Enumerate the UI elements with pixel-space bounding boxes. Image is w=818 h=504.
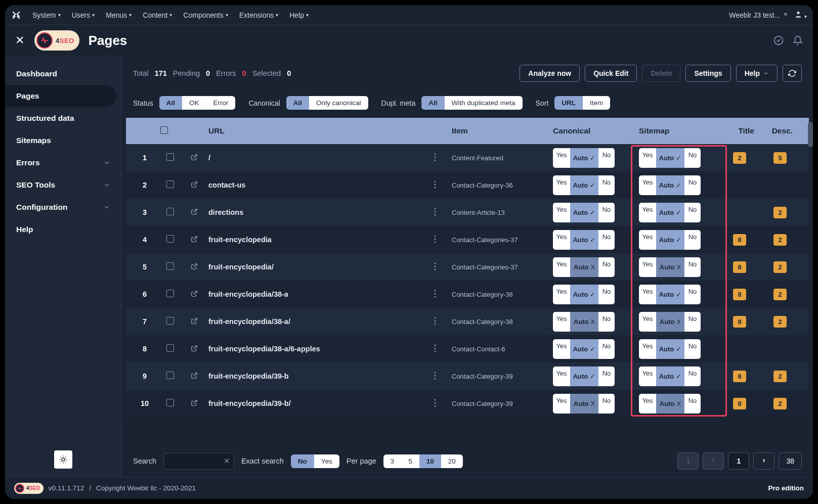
sitemap-no[interactable]: No — [684, 339, 701, 359]
title-badge[interactable]: 2 — [733, 152, 746, 164]
bell-icon[interactable] — [793, 35, 803, 45]
canonical-toggle[interactable]: YesAuto ✓No — [553, 175, 615, 195]
seg-dupl-option[interactable]: With duplicated meta — [445, 96, 523, 110]
joomla-menu-users[interactable]: Users ▾ — [67, 8, 100, 22]
row-checkbox[interactable] — [166, 344, 174, 352]
joomla-menu-help[interactable]: Help ▾ — [284, 8, 314, 22]
seg-status-option[interactable]: Error — [206, 96, 235, 110]
sidebar-item-sitemaps[interactable]: Sitemaps — [5, 129, 121, 152]
seg-perpage-option[interactable]: 10 — [419, 454, 441, 468]
sitemap-no[interactable]: No — [684, 312, 701, 332]
sitemap-no[interactable]: No — [684, 203, 701, 222]
sidebar-item-structured-data[interactable]: Structured data — [5, 107, 121, 129]
sitemap-auto[interactable]: Auto ✓ — [656, 175, 684, 195]
sitemap-yes[interactable]: Yes — [639, 203, 656, 222]
sitemap-yes[interactable]: Yes — [639, 175, 656, 195]
sitemap-toggle[interactable]: YesAuto ✓No — [639, 366, 701, 386]
sidebar-item-pages[interactable]: Pages — [5, 85, 116, 107]
canonical-toggle[interactable]: YesAuto XNo — [553, 394, 615, 414]
row-url[interactable]: fruit-encyclopedia/38-a/ — [205, 317, 431, 326]
sidebar-item-seo-tools[interactable]: SEO Tools — [5, 174, 121, 196]
sitemap-no[interactable]: No — [684, 285, 701, 304]
canonical-yes[interactable]: Yes — [553, 366, 570, 386]
seg-status-option[interactable]: OK — [182, 96, 206, 110]
sitemap-toggle[interactable]: YesAuto ✓No — [639, 148, 701, 168]
canonical-toggle[interactable]: YesAuto ✓No — [553, 203, 615, 222]
canonical-no[interactable]: No — [598, 230, 615, 250]
pager-current[interactable]: 1 — [728, 452, 749, 470]
canonical-auto[interactable]: Auto ✓ — [570, 230, 598, 250]
column-title[interactable]: Title — [722, 126, 757, 135]
row-url[interactable]: fruit-encyclopedia/39-b — [205, 372, 431, 380]
check-circle-icon[interactable] — [773, 35, 784, 45]
row-more-icon[interactable] — [431, 344, 449, 354]
sitemap-toggle[interactable]: YesAuto ✓No — [639, 230, 701, 250]
canonical-toggle[interactable]: YesAuto ✓No — [553, 339, 615, 359]
joomla-menu-content[interactable]: Content ▾ — [138, 8, 177, 22]
settings-button[interactable]: Settings — [685, 65, 730, 82]
desc-badge[interactable]: 2 — [773, 398, 786, 409]
pager-next-button[interactable] — [753, 452, 774, 470]
sitemap-toggle[interactable]: YesAuto XNo — [639, 257, 701, 277]
row-more-icon[interactable] — [431, 153, 449, 163]
row-checkbox[interactable] — [166, 153, 174, 161]
sitemap-no[interactable]: No — [684, 394, 701, 414]
seg-canonical-option[interactable]: Only canonical — [309, 96, 368, 110]
row-checkbox[interactable] — [166, 262, 174, 270]
seg-status-option[interactable]: All — [159, 96, 182, 110]
row-checkbox[interactable] — [166, 290, 174, 297]
row-checkbox[interactable] — [166, 317, 174, 325]
external-link-icon[interactable] — [191, 399, 198, 406]
sitemap-yes[interactable]: Yes — [639, 312, 656, 332]
seg-perpage-option[interactable]: 3 — [383, 454, 402, 468]
canonical-no[interactable]: No — [598, 257, 615, 277]
row-checkbox[interactable] — [166, 235, 174, 243]
sitemap-auto[interactable]: Auto ✓ — [656, 366, 684, 386]
canonical-yes[interactable]: Yes — [553, 175, 570, 195]
canonical-auto[interactable]: Auto ✓ — [570, 366, 598, 386]
canonical-auto[interactable]: Auto X — [570, 312, 598, 332]
pager-last-button[interactable]: 38 — [779, 452, 802, 470]
canonical-auto[interactable]: Auto ✓ — [570, 203, 598, 222]
row-checkbox[interactable] — [166, 372, 174, 379]
seg-perpage-option[interactable]: 5 — [401, 454, 419, 468]
joomla-user-menu[interactable]: ▾ — [794, 10, 807, 20]
title-badge[interactable]: 8 — [733, 261, 746, 273]
row-more-icon[interactable] — [431, 399, 449, 408]
external-link-icon[interactable] — [191, 317, 198, 325]
external-link-icon[interactable] — [191, 290, 198, 297]
desc-badge[interactable]: 2 — [773, 207, 786, 218]
quick-edit-button[interactable]: Quick Edit — [585, 65, 637, 82]
canonical-auto[interactable]: Auto ✓ — [570, 285, 598, 304]
title-badge[interactable]: 8 — [733, 371, 746, 382]
sitemap-auto[interactable]: Auto X — [656, 257, 684, 277]
canonical-auto[interactable]: Auto ✓ — [570, 175, 598, 195]
title-badge[interactable]: 8 — [733, 289, 746, 300]
title-badge[interactable]: 8 — [733, 234, 746, 246]
external-link-icon[interactable] — [191, 181, 198, 188]
column-canonical[interactable]: Canonical — [550, 126, 636, 135]
sitemap-yes[interactable]: Yes — [639, 230, 656, 250]
canonical-no[interactable]: No — [598, 312, 615, 332]
sitemap-yes[interactable]: Yes — [639, 366, 656, 386]
desc-badge[interactable]: 2 — [773, 234, 786, 246]
row-more-icon[interactable] — [431, 262, 449, 272]
seg-dupl-option[interactable]: All — [421, 96, 444, 110]
row-url[interactable]: fruit-encyclopedia/39-b/ — [205, 399, 431, 407]
sitemap-toggle[interactable]: YesAuto ✓No — [639, 203, 701, 222]
sitemap-toggle[interactable]: YesAuto ✓No — [639, 339, 701, 359]
row-url[interactable]: contact-us — [205, 181, 431, 189]
sitemap-yes[interactable]: Yes — [639, 394, 656, 414]
row-more-icon[interactable] — [431, 290, 449, 299]
row-more-icon[interactable] — [431, 235, 449, 245]
sitemap-auto[interactable]: Auto X — [656, 394, 684, 414]
canonical-yes[interactable]: Yes — [553, 257, 570, 277]
scrollbar[interactable] — [808, 122, 813, 147]
search-clear-icon[interactable]: ✕ — [224, 457, 230, 465]
sitemap-toggle[interactable]: YesAuto ✓No — [639, 175, 701, 195]
desc-badge[interactable]: 2 — [773, 289, 786, 300]
canonical-toggle[interactable]: YesAuto XNo — [553, 257, 615, 277]
desc-badge[interactable]: 5 — [773, 152, 786, 164]
sidebar-item-errors[interactable]: Errors — [5, 152, 121, 174]
sitemap-toggle[interactable]: YesAuto ✓No — [639, 285, 701, 304]
